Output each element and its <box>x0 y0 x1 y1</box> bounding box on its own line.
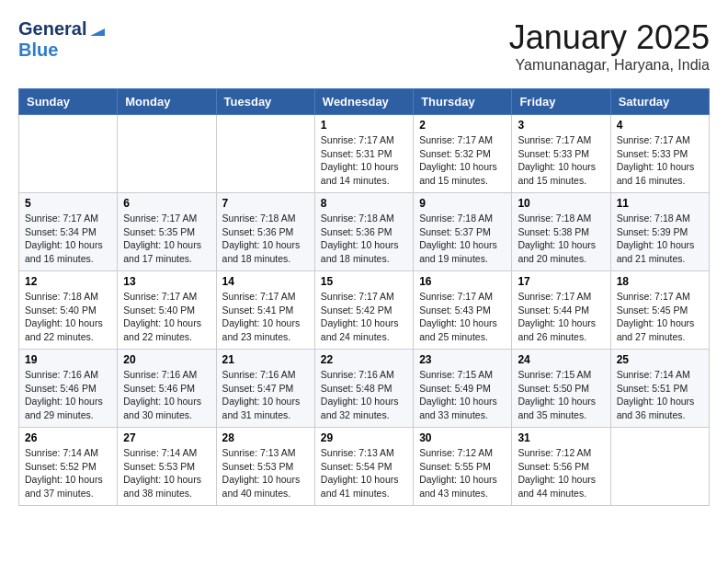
day-number: 26 <box>25 431 111 444</box>
day-number: 23 <box>419 353 506 366</box>
calendar-cell: 8Sunrise: 7:18 AM Sunset: 5:36 PM Daylig… <box>314 193 413 271</box>
calendar-week-row: 5Sunrise: 7:17 AM Sunset: 5:34 PM Daylig… <box>19 193 710 271</box>
calendar-cell: 7Sunrise: 7:18 AM Sunset: 5:36 PM Daylig… <box>216 193 314 271</box>
day-info: Sunrise: 7:15 AM Sunset: 5:50 PM Dayligh… <box>518 368 604 422</box>
calendar-cell <box>19 115 118 193</box>
day-number: 21 <box>222 353 309 366</box>
day-info: Sunrise: 7:14 AM Sunset: 5:51 PM Dayligh… <box>617 368 703 422</box>
day-number: 11 <box>617 197 703 210</box>
calendar-cell: 20Sunrise: 7:16 AM Sunset: 5:46 PM Dayli… <box>118 350 216 428</box>
day-number: 7 <box>222 197 309 210</box>
day-number: 17 <box>518 275 604 288</box>
day-info: Sunrise: 7:17 AM Sunset: 5:33 PM Dayligh… <box>617 133 703 188</box>
calendar-cell: 26Sunrise: 7:14 AM Sunset: 5:52 PM Dayli… <box>19 428 118 506</box>
calendar-cell: 10Sunrise: 7:18 AM Sunset: 5:38 PM Dayli… <box>512 193 610 271</box>
day-number: 5 <box>25 197 111 210</box>
day-info: Sunrise: 7:14 AM Sunset: 5:52 PM Dayligh… <box>25 446 111 500</box>
day-info: Sunrise: 7:17 AM Sunset: 5:42 PM Dayligh… <box>321 290 407 344</box>
calendar-cell: 3Sunrise: 7:17 AM Sunset: 5:33 PM Daylig… <box>512 115 610 193</box>
calendar-cell: 19Sunrise: 7:16 AM Sunset: 5:46 PM Dayli… <box>19 350 118 428</box>
calendar-cell: 27Sunrise: 7:14 AM Sunset: 5:53 PM Dayli… <box>118 428 216 506</box>
day-info: Sunrise: 7:16 AM Sunset: 5:46 PM Dayligh… <box>25 368 111 422</box>
month-title: January 2025 <box>509 18 710 57</box>
day-number: 19 <box>25 353 111 366</box>
calendar-cell: 30Sunrise: 7:12 AM Sunset: 5:55 PM Dayli… <box>414 428 512 506</box>
calendar-cell <box>118 115 216 193</box>
day-number: 15 <box>321 275 407 288</box>
day-number: 9 <box>419 197 506 210</box>
day-info: Sunrise: 7:16 AM Sunset: 5:46 PM Dayligh… <box>123 368 210 422</box>
weekday-header-friday: Friday <box>512 89 610 115</box>
day-info: Sunrise: 7:14 AM Sunset: 5:53 PM Dayligh… <box>123 446 210 500</box>
calendar-week-row: 26Sunrise: 7:14 AM Sunset: 5:52 PM Dayli… <box>19 428 710 506</box>
day-info: Sunrise: 7:16 AM Sunset: 5:47 PM Dayligh… <box>222 368 309 422</box>
day-info: Sunrise: 7:18 AM Sunset: 5:39 PM Dayligh… <box>617 212 703 266</box>
page-header: General Blue January 2025 Yamunanagar, H… <box>18 18 710 74</box>
calendar-cell: 21Sunrise: 7:16 AM Sunset: 5:47 PM Dayli… <box>216 350 314 428</box>
calendar-cell: 12Sunrise: 7:18 AM Sunset: 5:40 PM Dayli… <box>19 271 118 350</box>
day-info: Sunrise: 7:12 AM Sunset: 5:56 PM Dayligh… <box>518 446 604 500</box>
calendar-cell: 28Sunrise: 7:13 AM Sunset: 5:53 PM Dayli… <box>216 428 314 506</box>
location: Yamunanagar, Haryana, India <box>509 57 710 74</box>
day-number: 6 <box>123 197 210 210</box>
logo-wing-icon <box>88 23 105 40</box>
day-number: 20 <box>123 353 210 366</box>
logo: General Blue <box>18 18 105 61</box>
calendar-cell: 22Sunrise: 7:16 AM Sunset: 5:48 PM Dayli… <box>314 350 413 428</box>
day-number: 30 <box>419 431 506 444</box>
day-info: Sunrise: 7:17 AM Sunset: 5:34 PM Dayligh… <box>25 212 111 266</box>
calendar-cell: 23Sunrise: 7:15 AM Sunset: 5:49 PM Dayli… <box>414 350 512 428</box>
day-info: Sunrise: 7:17 AM Sunset: 5:31 PM Dayligh… <box>321 133 407 188</box>
day-number: 18 <box>617 275 703 288</box>
weekday-header-row: SundayMondayTuesdayWednesdayThursdayFrid… <box>19 89 710 115</box>
day-info: Sunrise: 7:17 AM Sunset: 5:43 PM Dayligh… <box>419 290 506 344</box>
day-number: 29 <box>321 431 407 444</box>
calendar-cell: 24Sunrise: 7:15 AM Sunset: 5:50 PM Dayli… <box>512 350 610 428</box>
calendar-cell <box>610 428 709 506</box>
weekday-header-tuesday: Tuesday <box>216 89 314 115</box>
calendar-table: SundayMondayTuesdayWednesdayThursdayFrid… <box>18 88 710 506</box>
day-info: Sunrise: 7:17 AM Sunset: 5:44 PM Dayligh… <box>518 290 604 344</box>
svg-marker-0 <box>90 29 105 36</box>
weekday-header-sunday: Sunday <box>19 89 118 115</box>
weekday-header-saturday: Saturday <box>610 89 709 115</box>
calendar-cell: 6Sunrise: 7:17 AM Sunset: 5:35 PM Daylig… <box>118 193 216 271</box>
weekday-header-thursday: Thursday <box>414 89 512 115</box>
day-number: 12 <box>25 275 111 288</box>
calendar-week-row: 12Sunrise: 7:18 AM Sunset: 5:40 PM Dayli… <box>19 271 710 350</box>
calendar-cell: 9Sunrise: 7:18 AM Sunset: 5:37 PM Daylig… <box>414 193 512 271</box>
day-info: Sunrise: 7:17 AM Sunset: 5:41 PM Dayligh… <box>222 290 309 344</box>
calendar-cell: 1Sunrise: 7:17 AM Sunset: 5:31 PM Daylig… <box>314 115 413 193</box>
day-number: 8 <box>321 197 407 210</box>
calendar-cell: 13Sunrise: 7:17 AM Sunset: 5:40 PM Dayli… <box>118 271 216 350</box>
weekday-header-monday: Monday <box>118 89 216 115</box>
day-info: Sunrise: 7:18 AM Sunset: 5:36 PM Dayligh… <box>321 212 407 266</box>
day-number: 1 <box>321 119 407 132</box>
day-info: Sunrise: 7:17 AM Sunset: 5:35 PM Dayligh… <box>123 212 210 266</box>
logo-blue: Blue <box>18 40 58 60</box>
day-number: 28 <box>222 431 309 444</box>
day-info: Sunrise: 7:18 AM Sunset: 5:40 PM Dayligh… <box>25 290 111 344</box>
calendar-cell: 17Sunrise: 7:17 AM Sunset: 5:44 PM Dayli… <box>512 271 610 350</box>
calendar-week-row: 1Sunrise: 7:17 AM Sunset: 5:31 PM Daylig… <box>19 115 710 193</box>
calendar-cell: 29Sunrise: 7:13 AM Sunset: 5:54 PM Dayli… <box>314 428 413 506</box>
day-number: 24 <box>518 353 604 366</box>
day-info: Sunrise: 7:13 AM Sunset: 5:54 PM Dayligh… <box>321 446 407 500</box>
day-info: Sunrise: 7:18 AM Sunset: 5:37 PM Dayligh… <box>419 212 506 266</box>
day-info: Sunrise: 7:12 AM Sunset: 5:55 PM Dayligh… <box>419 446 506 500</box>
day-number: 10 <box>518 197 604 210</box>
calendar-week-row: 19Sunrise: 7:16 AM Sunset: 5:46 PM Dayli… <box>19 350 710 428</box>
day-info: Sunrise: 7:17 AM Sunset: 5:45 PM Dayligh… <box>617 290 703 344</box>
calendar-cell: 16Sunrise: 7:17 AM Sunset: 5:43 PM Dayli… <box>414 271 512 350</box>
calendar-cell: 2Sunrise: 7:17 AM Sunset: 5:32 PM Daylig… <box>414 115 512 193</box>
day-info: Sunrise: 7:13 AM Sunset: 5:53 PM Dayligh… <box>222 446 309 500</box>
day-info: Sunrise: 7:17 AM Sunset: 5:40 PM Dayligh… <box>123 290 210 344</box>
day-number: 22 <box>321 353 407 366</box>
day-info: Sunrise: 7:17 AM Sunset: 5:33 PM Dayligh… <box>518 133 604 188</box>
day-number: 25 <box>617 353 703 366</box>
day-info: Sunrise: 7:18 AM Sunset: 5:36 PM Dayligh… <box>222 212 309 266</box>
day-number: 14 <box>222 275 309 288</box>
day-number: 27 <box>123 431 210 444</box>
day-number: 2 <box>419 119 506 132</box>
calendar-cell: 15Sunrise: 7:17 AM Sunset: 5:42 PM Dayli… <box>314 271 413 350</box>
